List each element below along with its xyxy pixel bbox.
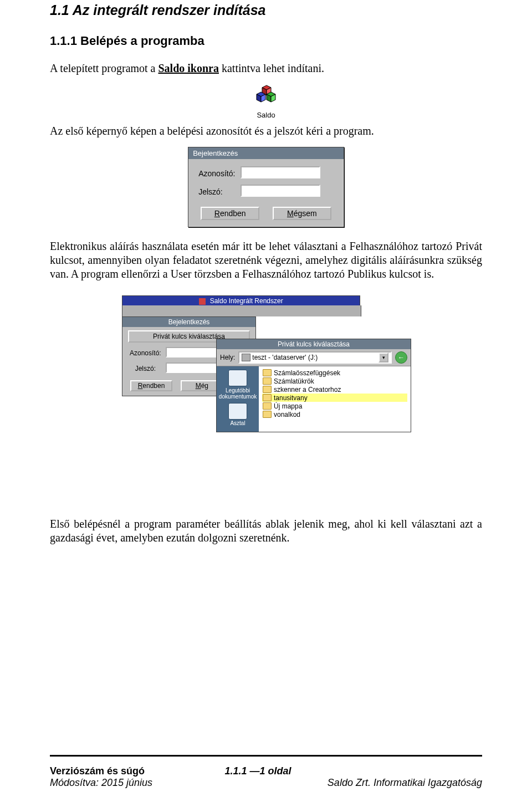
cubes-icon	[254, 84, 278, 106]
folder-icon	[263, 386, 272, 393]
login-cancel-button[interactable]: Mégsem	[273, 207, 331, 220]
screenshot-private-key: Saldo Integrált Rendszer Bejelentkezés P…	[122, 295, 410, 440]
filedlg-location-combo[interactable]: teszt - 'dataserver' (J:) ▾	[238, 351, 392, 364]
folder-icon	[263, 377, 272, 385]
login2-id-label: Azonosító:	[128, 346, 163, 360]
login-id-label: Azonosító:	[196, 165, 237, 182]
filedlg-places-bar: Legutóbbi dokumentumok Asztal	[217, 366, 259, 432]
login-pw-label: Jelszó:	[196, 183, 237, 200]
folder-icon	[263, 411, 272, 418]
login2-titlebar: Bejelentkezés	[122, 317, 255, 327]
login-titlebar: Bejelentkezés	[188, 147, 344, 159]
recent-docs-icon	[228, 370, 247, 386]
heading-3: 1.1.1 Belépés a programba	[50, 34, 482, 48]
saldo-desktop-icon[interactable]: Saldo	[254, 84, 278, 119]
filedlg-file-list[interactable]: SzámlaösszefüggésekSzámlatükrökszkenner …	[259, 366, 411, 432]
file-dialog: Privát kulcs kiválasztása Hely: teszt - …	[216, 339, 411, 432]
chevron-down-icon[interactable]: ▾	[378, 353, 388, 362]
saldo-icon-label: Saldo	[254, 111, 278, 119]
login-ok-button[interactable]: Rendben	[201, 207, 259, 220]
page-footer: Verziószám és súgó 1.1.1 —1 oldal Módosí…	[50, 765, 482, 789]
folder-item[interactable]: vonalkod	[262, 410, 407, 418]
login2-ok-button[interactable]: Rendben	[130, 380, 172, 391]
paragraph-4: Első belépésnél a program paraméter beál…	[50, 517, 482, 545]
desktop-icon	[228, 403, 247, 420]
folder-item[interactable]: Számlaösszefüggések	[262, 369, 407, 377]
login-pw-input[interactable]	[241, 185, 320, 197]
p1-pre: A telepített programot a	[50, 62, 158, 74]
desktop-button[interactable]: Asztal	[228, 403, 247, 426]
paragraph-1: A telepített programot a Saldo ikonra ka…	[50, 62, 482, 75]
login-id-input[interactable]	[241, 166, 320, 178]
folder-icon	[263, 394, 272, 401]
footer-company: Saldo Zrt. Informatikai Igazgatóság	[328, 777, 482, 789]
heading-2: 1.1 Az integrált rendszer indítása	[50, 2, 482, 18]
filedlg-location-label: Hely:	[220, 354, 235, 361]
p1-bold: Saldo ikonra	[158, 62, 219, 74]
combo-value: teszt - 'dataserver' (J:)	[252, 354, 318, 361]
folder-item[interactable]: Új mappa	[262, 402, 407, 410]
footer-page-number: 1.1.1 —1 oldal	[145, 765, 371, 777]
drive-icon	[242, 354, 250, 361]
folder-item[interactable]: tanusitvany	[262, 394, 407, 402]
login-dialog: Bejelentkezés Azonosító: Jelszó: Rendben…	[188, 147, 344, 227]
paragraph-3: Elektronikus aláírás használata esetén m…	[50, 239, 482, 281]
folder-icon	[263, 402, 272, 410]
mainwin-titlebar: Saldo Integrált Rendszer	[122, 295, 360, 305]
footer-separator	[50, 755, 482, 757]
folder-item[interactable]: Számlatükrök	[262, 377, 407, 385]
paragraph-2: Az első képernyő képen a belépési azonos…	[50, 124, 482, 138]
footer-section-title: Verziószám és súgó	[50, 765, 145, 777]
footer-modified-date: Módosítva: 2015 június	[50, 777, 152, 789]
filedlg-titlebar: Privát kulcs kiválasztása	[217, 339, 411, 349]
login2-pw-label: Jelszó:	[128, 361, 163, 376]
folder-icon	[263, 369, 272, 376]
recent-docs-button[interactable]: Legutóbbi dokumentumok	[219, 370, 257, 400]
back-button[interactable]: ←	[395, 351, 407, 364]
p1-post: kattintva lehet indítani.	[219, 62, 324, 74]
folder-item[interactable]: szkenner a Creatorhoz	[262, 385, 407, 394]
